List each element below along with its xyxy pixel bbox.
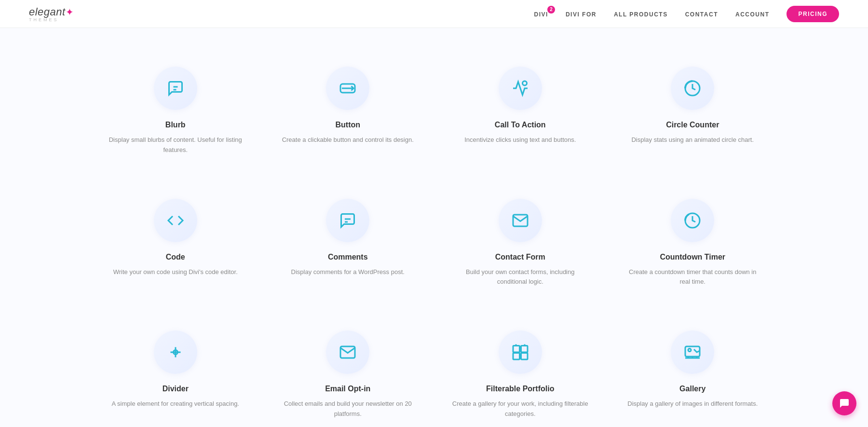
svg-rect-12	[513, 346, 520, 353]
logo[interactable]: elegant✦ themes	[29, 6, 74, 22]
pricing-button[interactable]: PRICING	[787, 6, 839, 22]
countdown-timer-icon	[671, 199, 714, 242]
card-desc-gallery: Display a gallery of images in different…	[627, 399, 758, 409]
card-contact-form[interactable]: Contact Form Build your own contact form…	[441, 189, 599, 302]
nav-item-all-products[interactable]: ALL PRODUCTS	[614, 10, 668, 18]
nav-link-divi[interactable]: DIVI	[534, 11, 548, 18]
card-desc-email-optin: Collect emails and build your newsletter…	[279, 399, 418, 419]
circle-counter-icon	[671, 67, 714, 110]
card-call-to-action[interactable]: Call To Action Incentivize clicks using …	[441, 57, 599, 170]
card-desc-button: Create a clickable button and control it…	[282, 135, 414, 145]
navbar: elegant✦ themes DIVI 2 DIVI FOR ALL PROD…	[0, 0, 868, 28]
svg-rect-13	[521, 346, 528, 353]
card-blurb[interactable]: Blurb Display small blurbs of content. U…	[96, 57, 255, 170]
card-code[interactable]: Code Write your own code using Divi's co…	[96, 189, 255, 302]
card-desc-blurb: Display small blurbs of content. Useful …	[106, 135, 245, 155]
card-desc-circle-counter: Display stats using an animated circle c…	[631, 135, 754, 145]
card-comments[interactable]: Comments Display comments for a WordPres…	[269, 189, 427, 302]
nav-item-divi-for[interactable]: DIVI FOR	[566, 10, 597, 18]
logo-star: ✦	[66, 7, 74, 17]
nav-links: DIVI 2 DIVI FOR ALL PRODUCTS CONTACT ACC…	[534, 6, 839, 22]
svg-point-23	[688, 349, 691, 352]
gallery-icon	[671, 331, 714, 374]
card-desc-countdown-timer: Create a countdown timer that counts dow…	[624, 267, 762, 288]
card-circle-counter[interactable]: Circle Counter Display stats using an an…	[614, 57, 772, 170]
logo-sub: themes	[29, 17, 59, 22]
card-countdown-timer[interactable]: Countdown Timer Create a countdown timer…	[614, 189, 772, 302]
nav-item-account[interactable]: ACCOUNT	[735, 10, 770, 18]
card-title-email-optin: Email Opt-in	[325, 385, 370, 393]
blurb-icon	[154, 67, 197, 110]
card-desc-filterable-portfolio: Create a gallery for your work, includin…	[451, 399, 590, 419]
card-title-divider: Divider	[163, 385, 189, 393]
card-title-filterable-portfolio: Filterable Portfolio	[486, 385, 554, 393]
button-icon	[326, 67, 369, 110]
nav-item-divi[interactable]: DIVI 2	[534, 10, 548, 18]
code-icon	[154, 199, 197, 242]
card-title-call-to-action: Call To Action	[495, 121, 546, 129]
card-desc-divider: A simple element for creating vertical s…	[112, 399, 239, 409]
svg-rect-14	[513, 353, 520, 360]
chat-icon	[839, 398, 850, 409]
cta-icon	[499, 67, 542, 110]
card-desc-comments: Display comments for a WordPress post.	[291, 267, 405, 277]
svg-point-4	[522, 81, 527, 85]
card-title-button: Button	[335, 121, 360, 129]
card-desc-code: Write your own code using Divi's code ed…	[113, 267, 238, 277]
card-title-contact-form: Contact Form	[495, 253, 545, 262]
svg-rect-15	[521, 353, 528, 360]
filterable-portfolio-icon	[499, 331, 542, 374]
card-title-circle-counter: Circle Counter	[666, 121, 719, 129]
card-button[interactable]: Button Create a clickable button and con…	[269, 57, 427, 170]
card-desc-contact-form: Build your own contact forms, including …	[451, 267, 590, 288]
card-title-code: Code	[166, 253, 185, 262]
card-title-blurb: Blurb	[165, 121, 186, 129]
nav-item-pricing[interactable]: PRICING	[787, 6, 839, 22]
nav-link-account[interactable]: ACCOUNT	[735, 11, 770, 18]
card-grid: Blurb Display small blurbs of content. U…	[96, 57, 772, 427]
main-content: Blurb Display small blurbs of content. U…	[0, 28, 868, 427]
card-filterable-portfolio[interactable]: Filterable Portfolio Create a gallery fo…	[441, 321, 599, 427]
nav-link-divi-for[interactable]: DIVI FOR	[566, 11, 597, 18]
card-email-optin[interactable]: Email Opt-in Collect emails and build yo…	[269, 321, 427, 427]
nav-item-contact[interactable]: CONTACT	[685, 10, 718, 18]
chat-bubble[interactable]	[832, 391, 856, 415]
card-title-gallery: Gallery	[679, 385, 705, 393]
logo-text: elegant✦	[29, 6, 74, 18]
nav-link-all-products[interactable]: ALL PRODUCTS	[614, 11, 668, 18]
comments-icon	[326, 199, 369, 242]
contact-form-icon	[499, 199, 542, 242]
card-desc-call-to-action: Incentivize clicks using text and button…	[464, 135, 576, 145]
divider-icon	[154, 331, 197, 374]
nav-link-contact[interactable]: CONTACT	[685, 11, 718, 18]
card-gallery[interactable]: Gallery Display a gallery of images in d…	[614, 321, 772, 427]
card-title-countdown-timer: Countdown Timer	[660, 253, 725, 262]
divi-badge: 2	[547, 6, 555, 14]
email-optin-icon	[326, 331, 369, 374]
card-title-comments: Comments	[328, 253, 368, 262]
card-divider[interactable]: Divider A simple element for creating ve…	[96, 321, 255, 427]
